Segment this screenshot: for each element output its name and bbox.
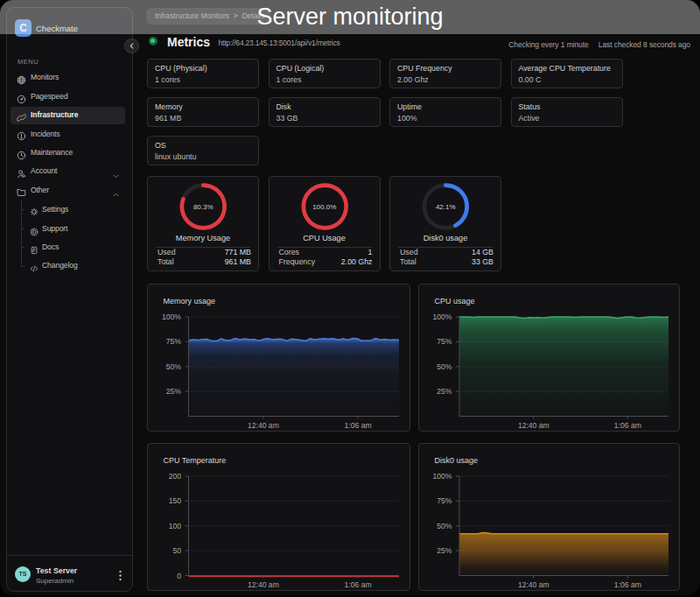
svg-text:75%: 75% [437,337,452,346]
svg-text:25%: 25% [437,387,452,396]
svg-text:12:40 am: 12:40 am [517,580,549,589]
svg-text:1:06 am: 1:06 am [613,580,640,589]
svg-text:50: 50 [172,546,181,555]
svg-text:50%: 50% [437,522,452,530]
svg-text:25%: 25% [437,546,452,555]
svg-text:1:06 am: 1:06 am [344,421,371,430]
svg-text:25%: 25% [165,387,181,396]
svg-text:1:06 am: 1:06 am [344,580,371,589]
svg-text:100%: 100% [432,472,452,481]
svg-text:75%: 75% [437,496,452,505]
svg-text:12:40 am: 12:40 am [247,580,278,589]
svg-text:12:40 am: 12:40 am [517,421,549,430]
svg-text:100%: 100% [432,313,452,321]
svg-text:100%: 100% [162,313,181,321]
svg-text:75%: 75% [165,337,181,346]
svg-text:150: 150 [168,496,181,505]
svg-text:50%: 50% [165,362,181,371]
svg-text:0: 0 [177,572,181,580]
svg-text:12:40 am: 12:40 am [247,421,278,430]
svg-text:200: 200 [168,472,181,481]
svg-text:100: 100 [168,522,181,530]
svg-text:1:06 am: 1:06 am [613,421,640,430]
svg-text:50%: 50% [437,362,452,371]
